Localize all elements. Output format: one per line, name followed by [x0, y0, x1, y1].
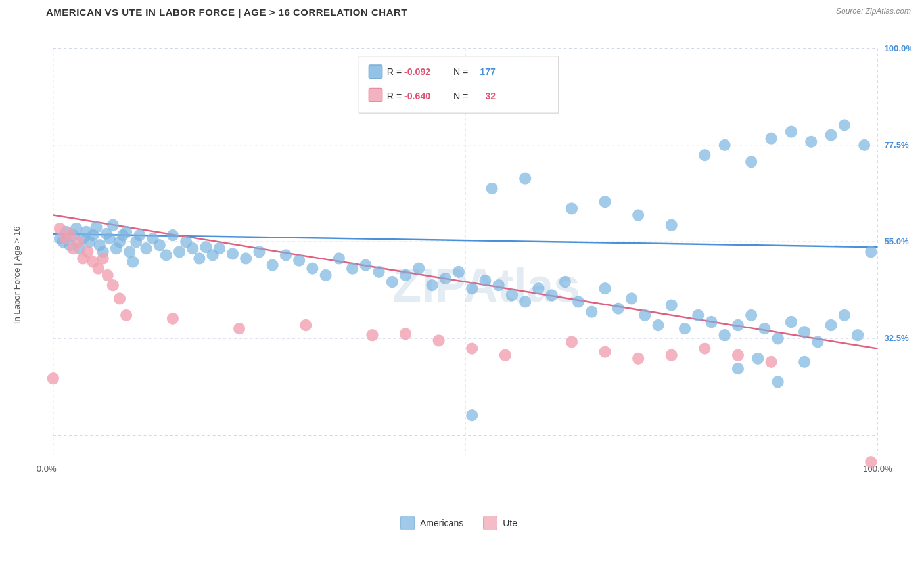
svg-point-116 — [486, 183, 497, 194]
svg-point-104 — [839, 309, 850, 321]
svg-point-111 — [785, 125, 797, 137]
svg-point-89 — [639, 309, 651, 321]
y-axis-title: In Labor Force | Age > 16 — [12, 226, 22, 324]
svg-point-65 — [320, 269, 332, 281]
svg-point-95 — [719, 329, 731, 341]
svg-point-94 — [705, 316, 717, 328]
svg-text:R =: R = — [387, 66, 402, 77]
svg-point-146 — [433, 334, 445, 346]
svg-point-90 — [652, 319, 664, 331]
legend-americans-label: Americans — [420, 518, 463, 528]
svg-point-153 — [699, 342, 710, 354]
svg-point-154 — [732, 349, 744, 361]
svg-text:177: 177 — [480, 66, 496, 77]
svg-point-73 — [426, 279, 438, 291]
svg-text:N =: N = — [453, 66, 468, 77]
svg-point-62 — [280, 249, 292, 261]
svg-point-86 — [599, 282, 611, 294]
svg-point-51 — [173, 246, 185, 258]
svg-point-93 — [692, 309, 704, 321]
svg-point-74 — [440, 273, 451, 284]
svg-point-152 — [666, 349, 678, 361]
svg-point-43 — [127, 256, 139, 267]
svg-point-107 — [699, 149, 710, 161]
svg-point-50 — [167, 229, 179, 241]
svg-point-45 — [133, 229, 145, 241]
svg-point-71 — [400, 269, 411, 281]
svg-point-109 — [745, 156, 757, 168]
source-label: Source: ZipAtlas.com — [836, 7, 911, 16]
svg-point-157 — [47, 372, 59, 384]
svg-point-143 — [300, 319, 312, 331]
svg-point-53 — [187, 242, 198, 254]
svg-point-79 — [506, 289, 518, 301]
svg-point-140 — [120, 309, 132, 321]
svg-point-66 — [333, 252, 345, 264]
svg-point-123 — [752, 353, 764, 365]
svg-point-156 — [865, 456, 877, 468]
svg-point-151 — [632, 353, 644, 365]
svg-point-91 — [666, 299, 678, 311]
svg-point-87 — [612, 302, 624, 314]
legend-ute: Ute — [483, 516, 517, 530]
legend-ute-label: Ute — [503, 518, 517, 528]
svg-point-131 — [72, 236, 84, 248]
chart-title: AMERICAN VS UTE IN LABOR FORCE | AGE > 1… — [7, 7, 911, 18]
svg-point-105 — [852, 329, 864, 341]
svg-point-121 — [666, 219, 678, 231]
x-label-0: 0.0% — [37, 464, 57, 474]
svg-point-145 — [400, 328, 411, 340]
svg-point-144 — [366, 329, 378, 341]
svg-point-61 — [267, 259, 279, 271]
svg-point-32 — [90, 221, 102, 233]
svg-point-67 — [346, 263, 358, 275]
svg-point-92 — [679, 323, 691, 334]
y-label-775: 77.5% — [885, 140, 910, 150]
svg-point-101 — [798, 326, 810, 338]
y-label-325: 32.5% — [885, 333, 910, 343]
svg-point-99 — [772, 332, 784, 344]
svg-point-46 — [140, 242, 152, 254]
svg-point-139 — [114, 292, 126, 304]
svg-point-83 — [559, 276, 571, 288]
svg-point-49 — [160, 249, 172, 261]
svg-point-98 — [758, 323, 770, 334]
svg-point-120 — [632, 209, 644, 221]
svg-point-148 — [499, 349, 511, 361]
legend-americans: Americans — [400, 516, 463, 530]
svg-point-96 — [732, 319, 744, 331]
svg-point-69 — [373, 266, 384, 278]
svg-point-78 — [493, 279, 505, 291]
legend-box-ute — [483, 516, 497, 530]
svg-point-100 — [785, 316, 797, 328]
svg-point-110 — [765, 133, 777, 145]
chart-container: AMERICAN VS UTE IN LABOR FORCE | AGE > 1… — [0, 0, 924, 586]
svg-point-124 — [772, 376, 784, 388]
svg-point-97 — [745, 309, 757, 321]
svg-point-149 — [566, 336, 578, 348]
svg-point-112 — [805, 136, 817, 148]
svg-point-118 — [566, 202, 578, 214]
svg-rect-8 — [359, 56, 559, 113]
svg-point-37 — [107, 219, 119, 231]
svg-point-117 — [519, 172, 531, 184]
y-label-100: 100.0% — [885, 43, 911, 53]
svg-point-155 — [765, 356, 777, 368]
svg-point-48 — [154, 239, 166, 251]
svg-text:R =: R = — [387, 91, 402, 101]
svg-point-102 — [812, 336, 823, 348]
svg-point-68 — [359, 259, 371, 271]
svg-point-126 — [466, 409, 478, 421]
svg-point-103 — [825, 319, 837, 331]
svg-point-150 — [599, 346, 611, 357]
svg-point-141 — [167, 313, 179, 325]
svg-point-58 — [227, 248, 239, 259]
svg-point-41 — [120, 226, 132, 238]
svg-text:N =: N = — [453, 91, 468, 101]
svg-point-70 — [386, 276, 398, 288]
svg-rect-14 — [369, 89, 382, 102]
svg-point-119 — [599, 196, 611, 208]
svg-point-72 — [413, 263, 425, 275]
svg-point-147 — [466, 342, 478, 354]
svg-point-60 — [253, 246, 265, 258]
